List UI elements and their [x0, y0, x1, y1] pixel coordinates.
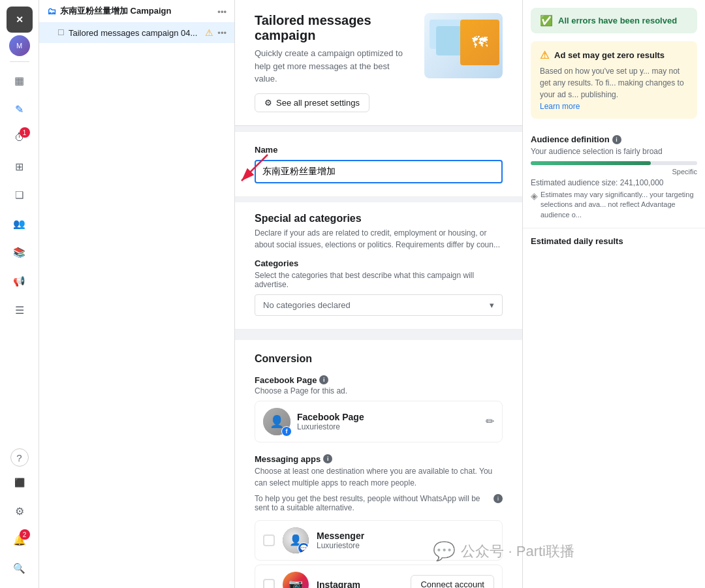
- campaign-row[interactable]: 🗂 东南亚粉丝量增加 Campaign •••: [39, 0, 234, 22]
- clock-sidebar-icon[interactable]: ⏱ 1: [7, 125, 33, 151]
- audience-size: Estimated audience size: 241,100,000: [531, 178, 697, 187]
- adset-doc-icon: ☐: [57, 28, 65, 37]
- close-button[interactable]: ✕: [7, 7, 33, 33]
- messaging-apps-info-icon[interactable]: i: [323, 454, 332, 463]
- audience-note: ◈ Estimates may vary significantly... yo…: [531, 190, 697, 220]
- messenger-sub: Luxuriestore: [317, 541, 494, 550]
- categories-description: Select the categories that best describe…: [255, 271, 503, 289]
- messaging-note: To help you get the best results, people…: [255, 494, 503, 512]
- facebook-page-info-icon[interactable]: i: [319, 375, 328, 384]
- edit-page-icon[interactable]: ✏: [486, 415, 494, 427]
- book-sidebar-icon[interactable]: 📚: [7, 240, 33, 266]
- layers-sidebar-icon[interactable]: ❑: [7, 182, 33, 208]
- categories-select[interactable]: No categories declared ▾: [255, 294, 503, 316]
- gear-icon: ⚙: [264, 98, 272, 108]
- plugin-sidebar-icon[interactable]: ⬛: [7, 469, 33, 495]
- note-icon: ◈: [531, 190, 538, 203]
- right-panel: ✅ All errors have been resolved ⚠ Ad set…: [522, 0, 705, 588]
- campaign-banner: Tailored messages campaign Quickly creat…: [235, 0, 522, 126]
- banner-illustration: 🗺: [424, 13, 503, 78]
- audience-bar-fill: [531, 161, 651, 165]
- warning-icon: ⚠: [205, 27, 213, 38]
- campaign-name-input[interactable]: [255, 160, 503, 183]
- categories-label: Categories: [255, 258, 503, 268]
- conversion-title: Conversion: [255, 353, 503, 365]
- messaging-apps-label: Messaging apps i: [255, 454, 503, 464]
- pencil-sidebar-icon[interactable]: ✎: [7, 96, 33, 122]
- messenger-checkbox[interactable]: [263, 534, 275, 546]
- page-sub: Luxuriestore: [297, 422, 479, 431]
- learn-more-link[interactable]: Learn more: [540, 102, 580, 111]
- campaign-description: Quickly create a campaign optimized to h…: [255, 47, 411, 85]
- banner-text-area: Tailored messages campaign Quickly creat…: [255, 13, 411, 112]
- main-content: Tailored messages campaign Quickly creat…: [235, 0, 522, 588]
- bell-badge: 2: [20, 529, 30, 540]
- page-info: Facebook Page Luxuriestore: [297, 412, 479, 431]
- warning-text: Based on how you've set up y... may not …: [540, 65, 688, 101]
- messaging-apps-description: Choose at least one destination where yo…: [255, 465, 503, 489]
- campaign-title: Tailored messages campaign: [255, 13, 411, 43]
- chevron-down-icon: ▾: [490, 300, 494, 310]
- campaign-folder-icon: 🗂: [47, 6, 56, 16]
- audience-labels: Specific: [531, 168, 697, 176]
- sidebar-divider: [10, 61, 29, 62]
- illustration-box: 🗺: [460, 20, 499, 65]
- clock-badge: 1: [20, 127, 30, 138]
- connect-account-button[interactable]: Connect account: [411, 575, 494, 588]
- adset-label: Tailored messages campaign 04...: [69, 28, 201, 38]
- people-sidebar-icon[interactable]: 👥: [7, 211, 33, 237]
- instagram-avatar: 📷: [283, 572, 309, 589]
- messaging-apps-group: Messaging apps i Choose at least one des…: [255, 454, 503, 589]
- chart-sidebar-icon[interactable]: ▦: [7, 67, 33, 93]
- search-sidebar-icon[interactable]: 🔍: [7, 555, 33, 581]
- conversion-section: Conversion Facebook Page i Choose a Page…: [235, 335, 522, 589]
- adset-row[interactable]: ☐ Tailored messages campaign 04... ⚠ •••: [39, 22, 234, 43]
- page-name: Facebook Page: [297, 412, 479, 422]
- preset-settings-button[interactable]: ⚙ See all preset settings: [255, 93, 369, 112]
- audience-description: Your audience selection is fairly broad: [531, 147, 697, 156]
- resolved-text: All errors have been resolved: [558, 16, 677, 25]
- adset-dots[interactable]: •••: [217, 28, 227, 38]
- messenger-badge-icon: 💬: [298, 542, 309, 553]
- estimated-daily-section: Estimated daily results: [523, 228, 705, 254]
- messaging-note-info-icon[interactable]: i: [494, 494, 503, 503]
- facebook-page-hint: Choose a Page for this ad.: [255, 386, 503, 395]
- messenger-row: 👤 💬 Messenger Luxuriestore: [255, 520, 503, 561]
- messenger-avatar: 👤 💬: [283, 527, 309, 553]
- facebook-page-group: Facebook Page i Choose a Page for this a…: [255, 375, 503, 442]
- check-circle-icon: ✅: [540, 14, 553, 27]
- audience-bar: [531, 161, 697, 165]
- messenger-info: Messenger Luxuriestore: [317, 531, 494, 550]
- special-ad-description: Declare if your ads are related to credi…: [255, 227, 503, 251]
- instagram-name: Instagram: [317, 580, 403, 589]
- name-label: Name: [255, 145, 503, 155]
- categories-placeholder: No categories declared: [263, 300, 351, 310]
- warning-title: ⚠ Ad set may get zero results: [540, 49, 688, 61]
- campaign-dots[interactable]: •••: [217, 7, 227, 16]
- megaphone-sidebar-icon[interactable]: 📢: [7, 268, 33, 294]
- bell-sidebar-icon[interactable]: 🔔 2: [7, 527, 33, 553]
- help-sidebar-icon[interactable]: ?: [10, 448, 29, 467]
- grid-sidebar-icon[interactable]: ⊞: [7, 153, 33, 179]
- warning-alert: ⚠ Ad set may get zero results Based on h…: [531, 41, 697, 119]
- avatar[interactable]: M: [9, 35, 30, 56]
- menu-sidebar-icon[interactable]: ☰: [7, 297, 33, 323]
- nav-panel: 🗂 东南亚粉丝量增加 Campaign ••• ☐ Tailored messa…: [39, 0, 235, 588]
- special-ad-section: Special ad categories Declare if your ad…: [235, 202, 522, 330]
- warning-triangle-icon: ⚠: [540, 49, 549, 61]
- messenger-name: Messenger: [317, 531, 494, 541]
- audience-section: Audience definition i Your audience sele…: [523, 127, 705, 228]
- campaign-label: 东南亚粉丝量增加 Campaign: [60, 5, 213, 17]
- specific-label: Specific: [672, 168, 697, 176]
- facebook-page-card: 👤 f Facebook Page Luxuriestore ✏: [255, 401, 503, 442]
- resolved-alert: ✅ All errors have been resolved: [531, 8, 697, 33]
- audience-info-icon[interactable]: i: [612, 135, 621, 144]
- facebook-page-label: Facebook Page i: [255, 375, 503, 385]
- settings-sidebar-icon[interactable]: ⚙: [7, 498, 33, 524]
- name-section: Name: [235, 131, 522, 197]
- estimated-daily-title: Estimated daily results: [531, 236, 697, 246]
- sidebar: ✕ M ▦ ✎ ⏱ 1 ⊞ ❑ 👥 📚 📢 ☰ ? ⬛ ⚙ 🔔 2 🔍: [0, 0, 39, 588]
- special-ad-title: Special ad categories: [255, 213, 503, 224]
- facebook-badge-icon: f: [281, 426, 292, 437]
- instagram-checkbox[interactable]: [263, 579, 275, 589]
